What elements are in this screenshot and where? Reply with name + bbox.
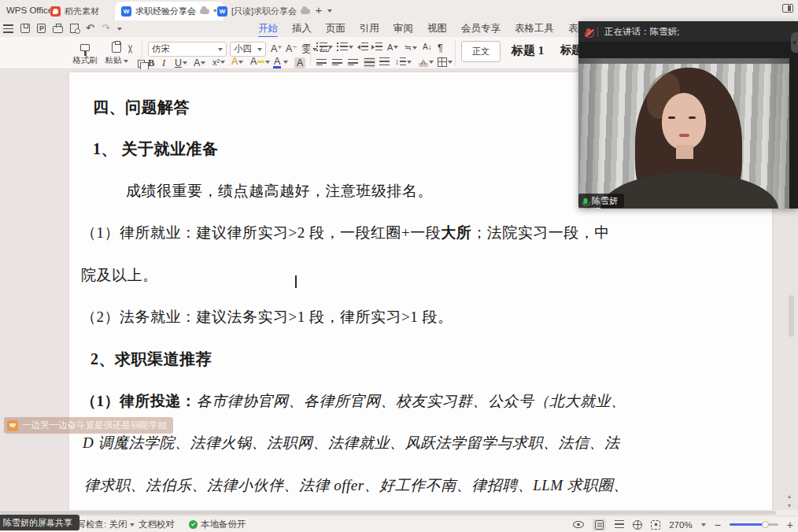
reading-mode-icon[interactable]: [573, 521, 584, 528]
format-painter-button[interactable]: 格式刷: [69, 39, 101, 66]
tab-docer[interactable]: 稻壳素材: [44, 2, 105, 20]
zoom-out-button[interactable]: −: [715, 519, 721, 531]
justify-button[interactable]: [364, 57, 375, 68]
tab-list-chevron[interactable]: [327, 9, 332, 13]
horizontal-scrollbar-thumb[interactable]: [0, 511, 776, 515]
window-layout-icon[interactable]: [782, 4, 793, 13]
zoom-slider-knob[interactable]: [762, 521, 769, 528]
font-color-button[interactable]: A: [274, 57, 288, 66]
decrease-indent-button[interactable]: [357, 42, 368, 51]
redo-icon: ↷: [102, 22, 110, 35]
align-center-button[interactable]: [332, 57, 342, 66]
webcam-feed: [578, 58, 789, 209]
danmaku-text: 一边哭一边奋斗算是强还是弱呢学姐: [22, 419, 167, 431]
local-backup-status[interactable]: 本地备份开: [189, 519, 246, 530]
font-name-select[interactable]: 仿宋: [148, 42, 227, 57]
distribute-button[interactable]: [379, 57, 390, 66]
print-icon[interactable]: [53, 26, 63, 33]
underline-button[interactable]: U: [175, 57, 187, 68]
style-body-text[interactable]: 正文: [461, 41, 501, 62]
shrink-text-button[interactable]: A: [387, 42, 398, 52]
print-preview-icon[interactable]: [70, 24, 79, 33]
vertical-scrollbar-thumb[interactable]: [789, 295, 794, 337]
speaking-status: 正在讲话：陈雪妍;: [604, 26, 679, 38]
web-layout-icon[interactable]: [633, 520, 642, 530]
mic-muted-icon[interactable]: [586, 28, 591, 35]
borders-button[interactable]: [438, 57, 453, 67]
char-border-button[interactable]: A: [194, 57, 205, 68]
align-left-button[interactable]: [316, 57, 327, 66]
doc-paragraph: （2）法务就业：建议法务实习>1 段，律所实习>1 段。: [81, 307, 453, 327]
scroll-up-arrow[interactable]: ▴: [788, 493, 791, 500]
italic-button[interactable]: I: [162, 57, 165, 69]
sort-button[interactable]: A↓: [423, 42, 432, 51]
numbered-list-icon: [337, 42, 348, 51]
mic-active-icon: [583, 198, 587, 204]
doc-paragraph: 院及以上。: [81, 265, 158, 286]
para-mark-button[interactable]: ¶: [438, 42, 443, 54]
horizontal-scrollbar[interactable]: [0, 510, 798, 515]
line-spacing-button[interactable]: ↕: [395, 57, 412, 66]
grow-font-button[interactable]: A⁺: [271, 42, 283, 54]
shading-icon: A: [419, 57, 428, 67]
proofread-button[interactable]: 文档校对: [139, 519, 175, 530]
cut-icon[interactable]: [126, 45, 135, 54]
paste-icon: [112, 42, 121, 53]
screen-share-label: 陈雪妍的屏幕共享: [0, 515, 79, 530]
menu-tab-view[interactable]: 视图: [426, 21, 449, 36]
menu-tab-review[interactable]: 审阅: [392, 21, 415, 36]
menu-tab-home[interactable]: 开始: [257, 21, 279, 36]
zoom-chevron[interactable]: [701, 523, 706, 526]
zoom-level[interactable]: 270%: [669, 520, 692, 530]
char-scale-button[interactable]: ≒: [405, 42, 417, 53]
doc-heading-3: 2、求职渠道推荐: [91, 349, 212, 370]
doc-paragraph: （1）律所投递：各市律协官网、各律所官网、校友实习群、公众号（北大就业、: [81, 391, 626, 412]
char-shading-button[interactable]: A: [294, 57, 305, 68]
shading-button[interactable]: A: [419, 57, 434, 67]
cloud-sync-icon: [200, 9, 209, 14]
scroll-down-arrow[interactable]: ▾: [788, 502, 791, 509]
shrink-font-button[interactable]: A⁻: [286, 42, 297, 54]
text-cursor: [295, 275, 297, 288]
save-icon[interactable]: [20, 24, 30, 33]
bold-button[interactable]: B: [148, 57, 154, 69]
menu-tab-table-tools[interactable]: 表格工具: [513, 21, 556, 36]
align-right-icon: [348, 57, 358, 66]
align-right-button[interactable]: [348, 57, 358, 66]
font-size-select[interactable]: 小四: [230, 42, 266, 57]
collapse-panel-handle[interactable]: [791, 32, 798, 53]
new-tab-button[interactable]: +: [312, 3, 326, 17]
menu-tab-member[interactable]: 会员专享: [460, 21, 502, 36]
superscript-button[interactable]: x²: [212, 57, 225, 67]
doc-heading-1: 四、问题解答: [93, 97, 190, 118]
zoom-slider[interactable]: [730, 523, 778, 526]
quick-access-toolbar: ↶ ↷: [3, 22, 122, 35]
zoom-in-button[interactable]: +: [787, 519, 793, 531]
text-tool-button[interactable]: 雯: [301, 42, 317, 56]
writer-doc-icon: W: [217, 6, 227, 17]
menu-tab-page[interactable]: 页面: [324, 21, 347, 36]
page-view-icon[interactable]: [593, 519, 606, 531]
tab-label: [只读]求职分享会: [231, 6, 297, 17]
highlight-button[interactable]: A: [250, 57, 270, 66]
text-effect-button[interactable]: A: [231, 57, 243, 66]
file-menu-icon[interactable]: [3, 24, 13, 33]
undo-icon[interactable]: ↶: [86, 22, 94, 35]
menu-tab-reference[interactable]: 引用: [358, 21, 381, 36]
meeting-video-overlay[interactable]: 正在讲话：陈雪妍; 陈雪妍: [578, 21, 798, 209]
bullet-list-button[interactable]: [316, 42, 333, 51]
video-header: 正在讲话：陈雪妍;: [578, 21, 798, 42]
tab-current-document[interactable]: W 求职经验分享会 •: [115, 2, 224, 20]
fit-page-icon[interactable]: [651, 520, 660, 530]
outline-view-icon[interactable]: [615, 520, 624, 529]
doc-paragraph: 律求职、法伯乐、法律小伙伴、法律 offer、好工作不南、律招聘、LLM 求职圈…: [84, 475, 629, 496]
style-heading1[interactable]: 标题 1: [512, 43, 544, 58]
increase-indent-button[interactable]: [371, 42, 382, 51]
danmaku-comment: 一边哭一边奋斗算是强还是弱呢学姐: [4, 417, 173, 434]
menu-tab-insert[interactable]: 插入: [290, 21, 313, 36]
tab-readonly-document[interactable]: W [只读]求职分享会: [211, 2, 316, 20]
export-pdf-icon[interactable]: [37, 24, 46, 33]
numbered-list-button[interactable]: [337, 42, 353, 51]
writer-doc-icon: W: [121, 6, 131, 17]
customize-toolbar-chevron[interactable]: [117, 28, 122, 31]
